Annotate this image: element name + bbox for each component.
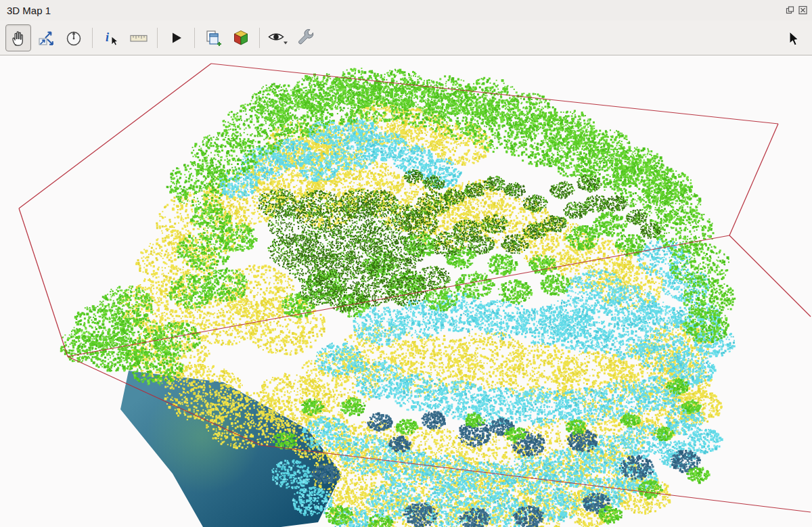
panel-titlebar[interactable]: 3D Map 1: [0, 0, 812, 20]
eye-icon: [267, 28, 289, 47]
play-animation-button[interactable]: [163, 24, 189, 51]
save-image-icon: [204, 28, 223, 47]
rotate-view-button[interactable]: [61, 24, 87, 51]
measure-button[interactable]: [126, 24, 152, 51]
window-controls: [785, 5, 808, 16]
panel-title: 3D Map 1: [7, 5, 51, 16]
close-icon: [798, 6, 807, 15]
save-image-button[interactable]: [200, 24, 226, 51]
identify-button[interactable]: i: [98, 24, 124, 51]
ruler-icon: [129, 28, 149, 47]
cube-icon: [231, 28, 250, 47]
zoom-full-button[interactable]: [33, 24, 59, 51]
compass-icon: [64, 28, 83, 47]
zoom-full-icon: [37, 28, 55, 47]
toolbar-separator: [194, 28, 195, 48]
close-panel-button[interactable]: [798, 5, 808, 16]
pan-hand-icon: [9, 28, 28, 47]
export-scene-button[interactable]: [228, 24, 254, 51]
float-window-button[interactable]: [785, 5, 795, 16]
chevron-down-icon: [284, 41, 288, 44]
toolbar-separator: [92, 28, 93, 48]
play-icon: [166, 28, 185, 47]
float-window-icon: [786, 6, 794, 15]
wrench-icon: [296, 28, 315, 47]
3d-map-toolbar: i: [0, 20, 812, 55]
svg-text:i: i: [106, 30, 109, 44]
map-canvas[interactable]: [0, 55, 812, 527]
identify-icon: i: [102, 28, 120, 47]
toolbar-separator: [157, 28, 158, 48]
view-options-button[interactable]: [265, 24, 291, 51]
toolbar-separator: [259, 28, 260, 48]
3d-map-viewport: [0, 55, 812, 527]
pan-button[interactable]: [5, 24, 31, 51]
settings-button[interactable]: [293, 24, 319, 51]
